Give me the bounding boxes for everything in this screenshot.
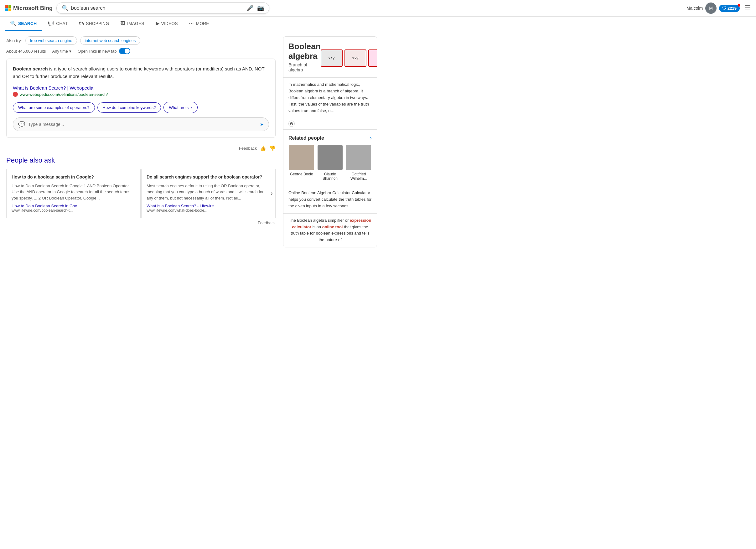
microphone-icon[interactable]: 🎤	[246, 5, 253, 12]
panel-wiki[interactable]: W	[283, 118, 377, 129]
related-people-arrow[interactable]: ›	[370, 135, 372, 141]
calc-text-3: is an	[313, 225, 322, 229]
paa-card-2-link-anchor[interactable]: What Is a Boolean Search? - Lifewire	[147, 204, 270, 208]
answer-url: www.webopedia.com/definitions/boolean-se…	[13, 92, 269, 97]
thumbs-up-button[interactable]: 👍	[260, 145, 266, 151]
logo-green	[8, 5, 11, 8]
nav-item-search[interactable]: 🔍 SEARCH	[5, 17, 42, 31]
calculator-section: Online Boolean Algebra Calculator Calcul…	[283, 186, 377, 213]
nav-item-images[interactable]: 🖼 IMAGES	[115, 17, 149, 31]
logo-red	[5, 5, 8, 8]
paa-card-1-link: How to Do a Boolean Search in Goo... www…	[12, 204, 135, 213]
open-links: Open links in new tab	[78, 48, 130, 54]
search-bar[interactable]: 🔍 🎤 📷	[56, 3, 269, 14]
person-photo-2	[318, 145, 343, 170]
panel-title: Booleanalgebra	[288, 42, 321, 61]
nav-label-more: MORE	[196, 21, 209, 26]
logo-yellow	[8, 8, 11, 11]
paa-card-1: How to do a boolean search in Google? Ho…	[6, 169, 141, 218]
person-card-2[interactable]: Claude Shannon	[317, 145, 343, 181]
answer-link-title[interactable]: What is Boolean Search? | Webopedia	[13, 85, 93, 91]
panel-image-3[interactable]: ¬x	[368, 49, 377, 67]
scroll-indicator[interactable]: ›	[271, 189, 273, 198]
feedback-label: Feedback	[239, 146, 257, 151]
paa-title: People also ask	[6, 156, 276, 164]
nav-label-images: IMAGES	[127, 21, 144, 26]
feedback-row: Feedback 👍 👎	[6, 143, 276, 154]
online-tool-link[interactable]: online tool	[322, 225, 343, 229]
panel-images: x∧y x∨y ¬x	[321, 49, 377, 67]
right-column: Booleanalgebra Branch of algebra ↗ x∧y	[283, 36, 377, 247]
points-value: 2219	[728, 6, 737, 11]
user-name: Malcolm	[686, 6, 703, 11]
calculator-text-1: Online Boolean Algebra Calculator Calcul…	[288, 190, 372, 209]
paa-card-2-link: What Is a Boolean Search? - Lifewire www…	[147, 204, 270, 213]
people-also-ask-section: People also ask How to do a boolean sear…	[6, 156, 276, 218]
search-input[interactable]	[71, 5, 246, 11]
left-column: Also try: free web search engine interne…	[6, 36, 276, 247]
nav-item-more[interactable]: ⋯ MORE	[184, 17, 214, 31]
chat-input[interactable]	[28, 122, 257, 127]
paa-card-2-title: Do all search engines support the or boo…	[147, 174, 270, 180]
thumbs-down-button[interactable]: 👎	[269, 145, 276, 151]
question-chip-3-label: What are s	[169, 105, 189, 110]
nav-item-shopping[interactable]: 🛍 SHOPPING	[74, 17, 114, 31]
microsoft-bing-logo[interactable]: Microsoft Bing	[5, 5, 53, 12]
person-card-1[interactable]: George Boole	[288, 145, 314, 181]
points-badge[interactable]: 🛡 2219	[719, 5, 740, 12]
chat-bubble-icon: 💬	[18, 121, 25, 128]
also-try-chip-2[interactable]: internet web search engines	[80, 36, 141, 45]
person-card-3[interactable]: Gottfried Wilhelm...	[346, 145, 372, 181]
images-nav-icon: 🖼	[120, 21, 125, 26]
search-icons: 🎤 📷	[246, 5, 264, 12]
avatar[interactable]: M	[705, 3, 717, 14]
paa-card-2-text: Most search engines default to using the…	[147, 183, 270, 201]
paa-card-2: Do all search engines support the or boo…	[141, 169, 276, 218]
panel-description: In mathematics and mathematical logic, B…	[283, 77, 377, 118]
time-filter-label: Any time	[52, 49, 68, 54]
paa-card-1-text: How to Do a Boolean Search in Google 1 A…	[12, 183, 135, 201]
answer-box: Boolean search is a type of search allow…	[6, 59, 276, 138]
people-grid: George Boole Claude Shannon Gottfried Wi…	[288, 145, 372, 181]
calc-text-2: The Boolean algebra simplifier or	[289, 218, 350, 223]
camera-icon[interactable]: 📷	[257, 5, 264, 12]
videos-nav-icon: ▶	[156, 20, 159, 26]
hamburger-menu-icon[interactable]: ☰	[745, 4, 751, 12]
nav-label-shopping: SHOPPING	[86, 21, 109, 26]
question-chip-1[interactable]: What are some examples of operators?	[13, 102, 95, 113]
send-button[interactable]: ➤	[260, 122, 264, 127]
favicon-icon	[13, 92, 18, 97]
nav-item-videos[interactable]: ▶ VIDEOS	[151, 17, 183, 31]
open-links-toggle[interactable]	[119, 48, 130, 54]
notification-dot	[738, 4, 740, 7]
person-photo-1	[289, 145, 314, 170]
panel-title-area: Booleanalgebra Branch of algebra	[288, 42, 321, 72]
chevron-right-icon: ›	[190, 105, 192, 110]
nav-label-chat: CHAT	[56, 21, 68, 26]
results-count: About 446,000 results	[6, 49, 46, 54]
time-filter[interactable]: Any time ▾	[52, 49, 71, 54]
chat-nav-icon: 💬	[48, 20, 54, 26]
panel-image-2[interactable]: x∨y	[344, 49, 366, 67]
related-people-header: Related people ›	[288, 135, 372, 141]
search-nav-icon: 🔍	[10, 20, 16, 26]
question-chip-2[interactable]: How do I combine keywords?	[97, 102, 161, 113]
also-try-chip-1[interactable]: free web search engine	[25, 36, 77, 45]
shopping-nav-icon: 🛍	[79, 21, 84, 26]
more-nav-icon: ⋯	[189, 20, 194, 26]
answer-url-text: www.webopedia.com/definitions/boolean-se…	[20, 92, 108, 97]
paa-card-1-link-anchor[interactable]: How to Do a Boolean Search in Goo...	[12, 204, 135, 208]
question-chip-3[interactable]: What are s ›	[163, 102, 197, 113]
also-try-label: Also try:	[6, 38, 22, 43]
header: Microsoft Bing 🔍 🎤 📷 Malcolm M 🛡 2219 ☰	[0, 0, 756, 17]
paa-card-2-url: www.lifewire.com/what-does-boole...	[147, 208, 270, 213]
panel-right-area: ↗ x∧y x∨y	[321, 42, 377, 67]
chat-input-box: 💬 ➤	[13, 117, 269, 131]
feedback-bottom: Feedback	[6, 218, 276, 228]
nav-item-chat[interactable]: 💬 CHAT	[43, 17, 73, 31]
panel-image-1-label: x∧y	[329, 56, 334, 60]
panel-image-1[interactable]: x∧y	[321, 49, 343, 67]
related-people-title: Related people	[288, 135, 324, 141]
wikipedia-icon: W	[288, 121, 295, 127]
answer-link: What is Boolean Search? | Webopedia	[13, 85, 269, 91]
